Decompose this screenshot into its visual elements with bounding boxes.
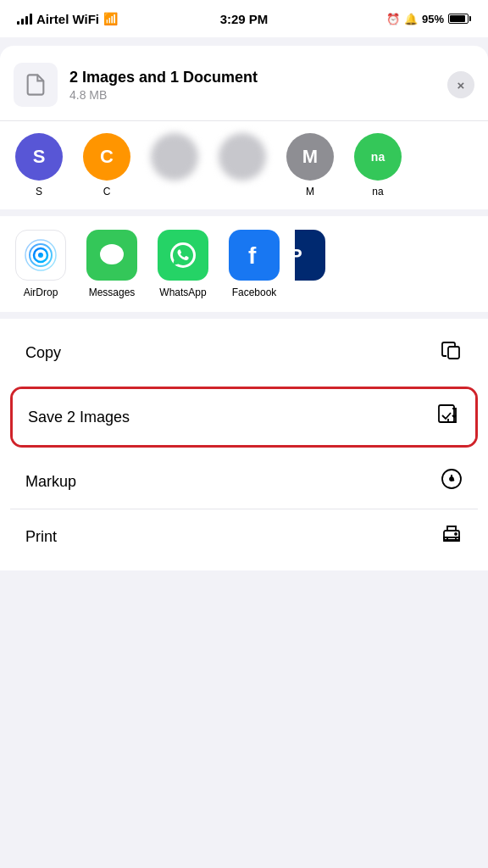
share-sheet: 2 Images and 1 Document 4.8 MB × S S C C xyxy=(0,46,488,570)
share-header: 2 Images and 1 Document 4.8 MB × xyxy=(0,46,488,121)
contact-name: M xyxy=(306,186,314,198)
app-item-paytm[interactable]: P xyxy=(295,230,325,298)
markup-svg xyxy=(441,468,463,490)
messages-icon xyxy=(86,230,137,281)
save-images-section: Save 2 Images xyxy=(10,387,478,448)
print-label: Print xyxy=(25,528,57,546)
contact-item[interactable]: C C xyxy=(80,133,134,198)
facebook-icon: f xyxy=(229,230,280,281)
copy-svg xyxy=(441,339,463,361)
contact-name: na xyxy=(372,186,383,198)
contact-item[interactable] xyxy=(147,133,202,198)
print-icon xyxy=(441,523,463,550)
svg-text:P: P xyxy=(295,245,302,266)
copy-label: Copy xyxy=(25,344,61,362)
contact-avatar: C xyxy=(83,133,130,181)
svg-point-15 xyxy=(455,533,457,535)
svg-rect-13 xyxy=(444,531,459,540)
contact-item[interactable] xyxy=(215,133,269,198)
svg-point-3 xyxy=(38,253,43,258)
facebook-svg: f xyxy=(237,238,271,272)
markup-icon xyxy=(441,468,463,495)
whatsapp-icon xyxy=(158,230,208,281)
markup-label: Markup xyxy=(25,473,76,491)
app-item-whatsapp[interactable]: WhatsApp xyxy=(152,230,214,298)
avatar: M xyxy=(286,133,334,181)
avatar xyxy=(219,133,266,181)
markup-action[interactable]: Markup xyxy=(10,454,478,509)
file-icon xyxy=(24,73,47,97)
contact-avatar xyxy=(151,133,198,181)
app-label-whatsapp: WhatsApp xyxy=(159,287,206,298)
status-left: Airtel WiFi 📶 xyxy=(17,12,118,26)
app-item-airdrop[interactable]: AirDrop xyxy=(10,230,71,298)
save-images-action[interactable]: Save 2 Images xyxy=(13,389,475,445)
alarm-icon: 🔔 xyxy=(404,13,418,25)
svg-rect-9 xyxy=(448,347,459,359)
save-images-label: Save 2 Images xyxy=(28,409,130,426)
app-label-facebook: Facebook xyxy=(232,287,277,298)
markup-print-section: Markup Print xyxy=(10,454,478,564)
contact-item[interactable]: na na xyxy=(351,133,405,198)
contact-name: S xyxy=(36,186,42,198)
whatsapp-svg xyxy=(166,238,200,272)
copy-section: Copy xyxy=(10,326,478,380)
airdrop-icon xyxy=(15,230,66,281)
contact-item[interactable]: S S xyxy=(12,133,66,198)
svg-point-4 xyxy=(100,244,124,264)
clock-icon: ⏰ xyxy=(386,13,400,25)
battery-label: 95% xyxy=(422,13,444,25)
svg-rect-10 xyxy=(439,405,454,422)
svg-point-12 xyxy=(450,477,453,481)
avatar: na xyxy=(354,133,402,181)
avatar xyxy=(151,133,198,181)
signal-icon xyxy=(17,14,32,25)
paytm-svg: P xyxy=(295,238,317,272)
wifi-icon: 📶 xyxy=(103,12,118,25)
app-label-messages: Messages xyxy=(89,287,136,298)
share-title: 2 Images and 1 Document xyxy=(69,69,447,86)
contacts-row: S S C C M M xyxy=(0,121,488,216)
save-svg xyxy=(436,403,460,426)
copy-icon xyxy=(441,339,463,366)
carrier-label: Airtel WiFi xyxy=(36,12,99,26)
contact-avatar: na xyxy=(354,133,402,181)
contact-item[interactable]: M M xyxy=(283,133,337,198)
avatar: C xyxy=(83,133,130,181)
document-icon xyxy=(14,63,58,107)
app-item-messages[interactable]: Messages xyxy=(81,230,142,298)
copy-action[interactable]: Copy xyxy=(10,326,478,380)
share-subtitle: 4.8 MB xyxy=(69,88,447,102)
print-svg xyxy=(441,523,463,545)
contact-name: C xyxy=(103,186,111,198)
paytm-icon: P xyxy=(295,230,325,281)
svg-rect-14 xyxy=(447,537,456,541)
save-images-icon xyxy=(436,403,460,431)
status-time: 3:29 PM xyxy=(220,12,269,26)
airdrop-svg xyxy=(24,238,58,272)
contact-avatar: S xyxy=(15,133,63,181)
status-right: ⏰ 🔔 95% xyxy=(386,13,471,25)
avatar: S xyxy=(15,133,63,181)
share-header-text: 2 Images and 1 Document 4.8 MB xyxy=(69,69,447,102)
close-button[interactable]: × xyxy=(447,71,474,98)
contact-avatar xyxy=(219,133,266,181)
contact-avatar: M xyxy=(286,133,334,181)
app-item-facebook[interactable]: f Facebook xyxy=(224,230,285,298)
status-bar: Airtel WiFi 📶 3:29 PM ⏰ 🔔 95% xyxy=(0,0,488,37)
apps-row: AirDrop Messages WhatsApp xyxy=(0,216,488,319)
messages-svg xyxy=(96,239,128,271)
app-label-airdrop: AirDrop xyxy=(24,287,58,298)
print-action[interactable]: Print xyxy=(10,509,478,564)
battery-icon xyxy=(448,14,471,24)
svg-text:f: f xyxy=(248,242,257,269)
